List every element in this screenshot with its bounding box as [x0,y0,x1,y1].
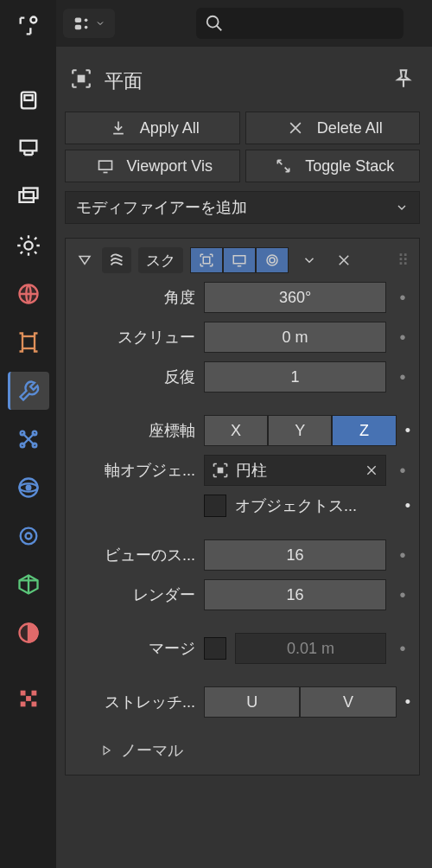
monitor-icon [92,157,118,175]
merge-label: マージ [74,638,195,659]
iterations-anim-dot[interactable]: • [395,367,410,387]
view-steps-anim-dot[interactable]: • [395,546,410,565]
pin-icon[interactable] [392,67,415,94]
axis-object-anim-dot[interactable]: • [395,461,410,481]
render-steps-field[interactable]: 16 [204,579,386,610]
search-input[interactable] [196,8,403,39]
modifier-screw: スク ⠿ 角度 360° • スクリュー [65,238,420,775]
tab-object[interactable] [8,323,49,361]
apply-all-button[interactable]: Apply All [65,112,240,144]
angle-label: 角度 [74,287,195,308]
tab-modifiers[interactable] [8,372,49,410]
svg-point-16 [25,533,31,539]
merge-anim-dot[interactable]: • [395,639,410,659]
screw-anim-dot[interactable]: • [395,328,410,348]
modifier-delete[interactable] [330,247,358,273]
svg-rect-23 [75,18,81,22]
delete-all-button[interactable]: Delete All [245,112,421,144]
chevron-down-icon [395,201,409,214]
add-modifier-label: モディファイアーを追加 [76,197,247,218]
tab-texture[interactable] [8,680,49,718]
screw-field[interactable]: 0 m [204,322,386,353]
axis-y[interactable]: Y [268,415,332,446]
apply-all-label: Apply All [140,119,200,137]
clear-icon[interactable] [365,463,378,477]
merge-checkbox[interactable] [204,637,226,660]
tab-output[interactable] [8,130,49,168]
svg-point-5 [24,241,32,249]
object-icon [70,67,92,94]
viewport-vis-button[interactable]: Viewport Vis [65,150,240,182]
axis-object-field[interactable]: 円柱 [204,455,386,486]
angle-field[interactable]: 360° [204,282,386,313]
download-icon [105,119,131,137]
merge-field[interactable]: 0.01 m [235,633,386,664]
tab-scene[interactable] [8,227,49,265]
object-screw-label: オブジェクトス... [235,495,357,516]
render-steps-label: レンダー [74,584,195,605]
add-modifier-dropdown[interactable]: モディファイアーを追加 [65,191,420,224]
svg-point-27 [207,16,219,28]
svg-rect-7 [22,336,35,348]
tab-viewlayer[interactable] [8,178,49,216]
svg-rect-31 [233,256,245,264]
axis-object-value: 円柱 [236,460,358,481]
toggle-realtime[interactable] [223,247,256,273]
tab-render[interactable] [8,81,49,119]
tab-material[interactable] [8,614,49,652]
svg-rect-29 [98,161,111,169]
render-steps-anim-dot[interactable]: • [395,585,410,605]
svg-rect-19 [31,691,36,696]
axis-object-label: 軸オブジェ... [74,460,195,481]
axis-x[interactable]: X [204,415,268,446]
svg-rect-4 [23,188,37,199]
svg-rect-2 [20,141,36,151]
svg-rect-18 [20,691,25,696]
svg-rect-20 [26,696,31,701]
svg-point-33 [270,258,275,263]
toggle-render[interactable] [256,247,289,273]
object-icon [212,462,229,479]
tab-particles[interactable] [8,420,49,458]
object-screw-checkbox[interactable] [204,495,226,517]
axis-anim-dot[interactable]: • [405,422,410,440]
tab-tool[interactable] [8,7,49,45]
viewport-vis-label: Viewport Vis [127,157,213,176]
object-header: 平面 [65,55,420,103]
toggle-edit-mode[interactable] [190,247,223,273]
topbar [56,0,432,47]
object-name: 平面 [105,68,143,94]
svg-rect-30 [203,257,210,264]
tab-physics[interactable] [8,469,49,507]
tab-constraints[interactable] [8,517,49,555]
collapse-toggle[interactable] [74,250,95,271]
object-screw-anim-dot[interactable]: • [405,497,410,515]
toggle-stack-label: Toggle Stack [305,157,394,176]
editor-type-dropdown[interactable] [63,9,115,38]
expand-icon [270,157,296,175]
axis-label: 座標軸 [74,420,195,441]
tab-world[interactable] [8,275,49,313]
angle-anim-dot[interactable]: • [395,288,410,308]
toggle-stack-button[interactable]: Toggle Stack [245,150,421,182]
normal-subpanel[interactable]: ノーマル [74,740,410,761]
axis-z[interactable]: Z [332,415,396,446]
drag-handle[interactable]: ⠿ [397,251,410,270]
close-icon [283,119,308,137]
iterations-field[interactable]: 1 [204,361,386,393]
svg-point-32 [267,255,277,265]
svg-rect-34 [218,468,224,474]
stretch-u[interactable]: U [204,686,300,718]
screw-icon [102,247,131,273]
modifier-menu[interactable] [295,247,323,273]
stretch-v[interactable]: V [300,686,396,718]
tab-mesh[interactable] [8,565,49,603]
svg-rect-28 [78,75,86,83]
view-steps-field[interactable]: 16 [204,539,386,571]
view-steps-label: ビューのス... [74,545,195,565]
svg-rect-24 [75,25,81,30]
delete-all-label: Delete All [317,119,383,137]
iterations-label: 反復 [74,367,195,387]
modifier-name[interactable]: スク [138,247,183,273]
stretch-anim-dot[interactable]: • [405,693,410,712]
